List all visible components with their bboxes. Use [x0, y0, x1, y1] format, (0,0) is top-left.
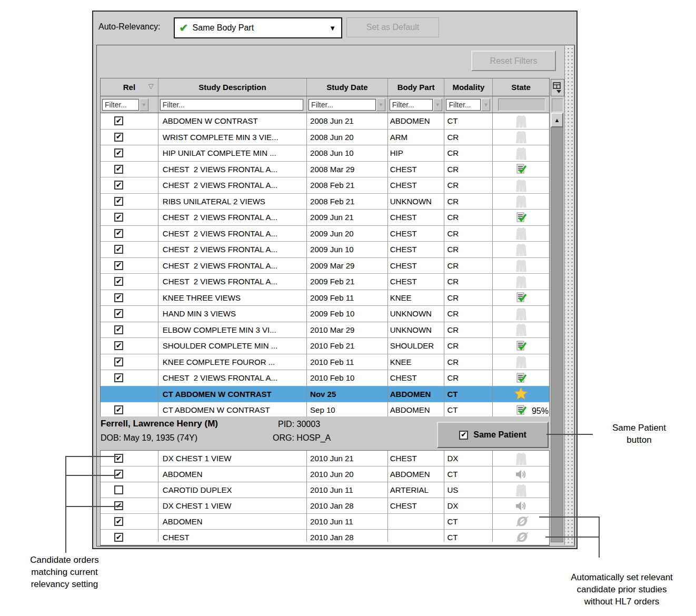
study-state — [493, 145, 549, 161]
relevancy-checkbox[interactable]: ✔ — [114, 261, 123, 270]
relevancy-mode-dropdown[interactable]: ✔ Same Body Part ▼ — [174, 17, 342, 38]
same-patient-checkbox[interactable]: ✔ — [459, 431, 468, 440]
study-modality: CT — [444, 402, 493, 418]
same-patient-button[interactable]: ✔ Same Patient — [437, 422, 549, 448]
relevancy-checkbox[interactable]: ✔ — [114, 357, 123, 366]
relevancy-checkbox[interactable]: ✔ — [114, 229, 123, 238]
relevancy-checkbox[interactable]: ✔ — [114, 373, 123, 382]
no-hl7-order-icon: Ø — [515, 515, 526, 528]
col-header-rel[interactable]: Rel ▽ — [101, 78, 158, 96]
study-row[interactable]: ✔ ELBOW COMPLETE MIN 3 VI... 2010 Mar 29… — [101, 322, 549, 339]
study-row[interactable]: ✔ KNEE THREE VIEWS 2009 Feb 11 KNEE CR — [101, 290, 549, 306]
description-filter-input[interactable] — [160, 99, 303, 111]
rel-filter-dropdown-icon[interactable]: ▼ — [140, 98, 148, 111]
study-row[interactable]: ✔ CHEST 2 VIEWS FRONTAL A... 2009 Jun 20… — [101, 226, 549, 242]
study-row[interactable]: ✔ HAND MIN 3 VIEWS 2009 Feb 10 UNKNOWN C… — [101, 306, 549, 322]
study-modality: CR — [444, 242, 493, 257]
relevancy-checkbox[interactable]: ✔ — [114, 148, 123, 157]
rel-filter-input[interactable] — [102, 99, 139, 111]
relevancy-checkbox[interactable]: ✔ — [114, 517, 123, 526]
relevancy-checkbox[interactable]: ✔ — [114, 165, 123, 174]
study-date: 2010 Feb 10 — [307, 370, 388, 386]
study-state — [493, 177, 549, 193]
study-bodypart: KNEE — [388, 290, 445, 306]
relevancy-checkbox[interactable]: ✔ — [114, 470, 123, 479]
relevancy-checkbox[interactable]: ✔ — [114, 405, 123, 414]
relevancy-checkbox[interactable]: ✔ — [114, 325, 123, 334]
dictation-speaker-icon — [515, 501, 528, 511]
relevancy-checkbox[interactable]: ✔ — [114, 533, 123, 542]
study-description: ABDOMEN — [158, 514, 307, 529]
study-row[interactable]: ✔ ABDOMEN W CONTRAST 2008 Jun 21 ABDOMEN… — [101, 113, 549, 130]
order-verified-icon — [515, 212, 527, 223]
study-date: 2009 Feb 11 — [307, 290, 388, 306]
study-date: 2008 Feb 21 — [307, 177, 388, 193]
study-row[interactable]: ✔ CT ABDOMEN W CONTRAST Sep 10 ABDOMEN C… — [101, 402, 549, 419]
study-row[interactable]: ✔ CHEST 2 VIEWS FRONTAL A... 2009 Jun 10… — [101, 242, 549, 258]
body-part-icon — [515, 178, 527, 192]
modality-filter-input[interactable] — [446, 99, 481, 111]
reset-filters-button[interactable]: Reset Filters — [471, 51, 556, 71]
scrollbar-thumb[interactable] — [551, 127, 563, 542]
study-row[interactable]: ✔ CHEST 2 VIEWS FRONTAL A... 2008 Mar 29… — [101, 162, 549, 178]
study-modality: CR — [444, 130, 493, 145]
panel-splitter-handle[interactable] — [564, 46, 574, 545]
column-chooser-button[interactable] — [551, 79, 564, 96]
study-description: CHEST 2 VIEWS FRONTAL A... — [158, 210, 307, 225]
scroll-up-button[interactable]: ▲ — [551, 113, 563, 127]
order-verified-icon — [515, 340, 527, 352]
relevancy-checkbox[interactable]: ✔ — [114, 277, 123, 286]
col-header-description[interactable]: Study Description — [158, 78, 307, 96]
study-bodypart: CHEST — [388, 177, 445, 193]
study-row[interactable]: ✔ CHEST 2 VIEWS FRONTAL A... 2009 Feb 21… — [101, 274, 549, 290]
study-row[interactable]: ✔ CHEST 2 VIEWS FRONTAL A... 2009 Jun 21… — [101, 210, 549, 226]
col-header-bodypart[interactable]: Body Part — [388, 78, 445, 96]
body-part-icon — [515, 226, 527, 240]
study-row[interactable]: ✔ CHEST 2 VIEWS FRONTAL A... 2008 Feb 21… — [101, 177, 549, 194]
study-row[interactable]: ✔ ABDOMEN 2010 Jun 20 ABDOMEN CT — [101, 466, 549, 482]
relevancy-checkbox[interactable]: ✔ — [114, 181, 123, 190]
relevancy-checkbox[interactable]: ✔ — [114, 213, 123, 222]
col-header-state[interactable]: State — [493, 78, 549, 96]
study-row[interactable]: ✔ KNEE COMPLETE FOUROR ... 2010 Feb 11 K… — [101, 354, 549, 371]
study-bodypart: ARM — [388, 130, 445, 145]
study-row[interactable]: ✔ DX CHEST 1 VIEW 2010 Jun 21 CHEST DX — [101, 451, 549, 466]
bodypart-filter-dropdown-icon[interactable]: ▼ — [433, 98, 442, 111]
col-header-modality[interactable]: Modality — [444, 78, 493, 96]
study-date: 2009 Feb 21 — [307, 274, 388, 290]
study-row[interactable]: ✔ CHEST 2 VIEWS FRONTAL A... 2009 Mar 29… — [101, 258, 549, 274]
study-description: CHEST 2 VIEWS FRONTAL A... — [158, 258, 307, 274]
relevancy-checkbox[interactable]: ✔ — [114, 116, 123, 125]
candidate-callout-line1 — [65, 456, 118, 457]
study-bodypart: CHEST — [388, 226, 445, 242]
study-row[interactable]: ✔ SHOULDER COMPLETE MIN ... 2010 Feb 21 … — [101, 338, 549, 354]
date-filter-input[interactable] — [309, 99, 376, 111]
study-modality: DX — [444, 498, 493, 513]
bodypart-filter-input[interactable] — [390, 99, 433, 111]
relevancy-checkbox[interactable]: ✔ — [114, 341, 123, 350]
date-filter-dropdown-icon[interactable]: ▼ — [376, 98, 385, 111]
study-row[interactable]: ✔ CHEST 2 VIEWS FRONTAL A... 2010 Feb 10… — [101, 370, 549, 386]
relevancy-checkbox[interactable]: ✔ — [114, 197, 123, 206]
study-description: CHEST 2 VIEWS FRONTAL A... — [158, 274, 307, 290]
modality-filter-dropdown-icon[interactable]: ▼ — [481, 98, 490, 111]
study-date: 2010 Mar 29 — [307, 322, 388, 338]
set-as-default-button[interactable]: Set as Default — [346, 17, 439, 37]
study-row[interactable]: ✔ RIBS UNILATERAL 2 VIEWS 2008 Feb 21 UN… — [101, 194, 549, 210]
col-header-date[interactable]: Study Date — [307, 78, 388, 96]
relevancy-checkbox[interactable]: ✔ — [114, 245, 123, 254]
relevancy-checkbox[interactable]: ✔ — [114, 133, 123, 142]
relevancy-checkbox[interactable]: ✔ — [114, 485, 123, 494]
study-row[interactable]: ✔ HIP UNILAT COMPLETE MIN ... 2008 Jun 1… — [101, 145, 549, 162]
study-row[interactable]: ✔ CAROTID DUPLEX 2010 Jun 11 ARTERIAL US — [101, 482, 549, 498]
candidate-callout-line3 — [65, 506, 123, 507]
relevancy-checkbox[interactable]: ✔ — [114, 293, 123, 302]
study-state — [493, 451, 549, 466]
study-row[interactable]: CT ABDOMEN W CONTRAST Nov 25 ABDOMEN CT — [101, 386, 549, 403]
study-row[interactable]: ✔ DX CHEST 1 VIEW 2010 Jan 28 CHEST DX — [101, 498, 549, 514]
study-row[interactable]: ✔ ABDOMEN 2010 Jun 11 CT Ø — [101, 514, 549, 530]
relevancy-checkbox[interactable]: ✔ — [114, 454, 123, 463]
relevancy-checkbox[interactable]: ✔ — [114, 309, 123, 318]
order-verified-icon — [515, 372, 527, 384]
study-row[interactable]: ✔ WRIST COMPLETE MIN 3 VIE... 2008 Jun 2… — [101, 130, 549, 146]
